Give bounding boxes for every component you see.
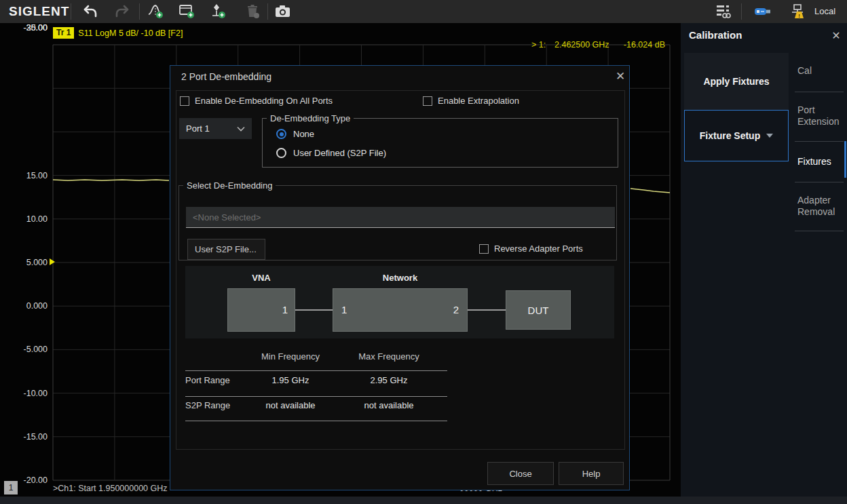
radio-none-label: None <box>293 129 314 139</box>
marker-value-readout: -16.024 dB <box>624 40 665 50</box>
add-trace-button[interactable] <box>146 3 166 20</box>
trace-badge[interactable]: Tr 1 <box>53 27 74 39</box>
enable-extrapolation-checkbox[interactable]: Enable Extrapolation <box>423 96 519 106</box>
redo-icon <box>114 4 130 19</box>
radio-user-defined[interactable]: User Defined (S2P File) <box>276 148 386 158</box>
tab-adapter-removal[interactable]: Adapter Removal <box>797 195 842 218</box>
y-axis-tick: 10.00 <box>12 214 48 224</box>
enable-extrapolation-label: Enable Extrapolation <box>438 96 519 106</box>
checkbox-icon[interactable] <box>180 96 189 106</box>
y-axis-tick: -10.00 <box>12 389 48 398</box>
table-rule <box>185 396 447 397</box>
delete-trace-button[interactable] <box>242 3 263 20</box>
dialog-close-button[interactable]: ✕ <box>613 69 628 83</box>
radio-selected-icon[interactable] <box>276 129 286 139</box>
calibration-panel-title: Calibration <box>689 29 742 41</box>
lan-warning-icon: ! <box>789 3 806 20</box>
y-axis-tick: 15.00 <box>12 171 48 180</box>
marker-frequency-readout: 2.462500 GHz <box>554 40 609 50</box>
toolbar: SIGLENT <box>0 0 847 23</box>
checkbox-icon[interactable] <box>423 96 432 106</box>
add-window-icon <box>178 3 195 20</box>
network-box: 1 2 <box>333 288 468 332</box>
apply-fixtures-label: Apply Fixtures <box>684 53 789 110</box>
checkbox-icon[interactable] <box>479 244 489 254</box>
radio-none[interactable]: None <box>276 129 314 139</box>
help-button[interactable]: Help <box>559 462 624 485</box>
radio-unselected-icon[interactable] <box>276 148 286 158</box>
y-axis-tick: -15.00 <box>12 432 48 442</box>
select-group-legend: Select De-Embedding <box>183 180 276 191</box>
select-de-embedding-group: Select De-Embedding <None Selected> User… <box>178 180 617 260</box>
toolbar-separator <box>267 3 268 20</box>
s2p-range-min: not available <box>243 400 338 410</box>
s2p-range-max: not available <box>341 400 436 410</box>
undo-icon <box>82 4 98 19</box>
table-rule <box>185 421 447 421</box>
dropdown-triangle-icon <box>766 134 773 138</box>
tab-fixtures[interactable]: Fixtures <box>797 156 842 168</box>
lan-status-button[interactable]: ! <box>787 3 808 20</box>
vna-box: 1 <box>227 288 295 332</box>
camera-icon <box>274 3 292 20</box>
radio-user-defined-label: User Defined (S2P File) <box>293 148 386 158</box>
reverse-adapter-ports-label: Reverse Adapter Ports <box>494 244 583 254</box>
port-select-value: Port 1 <box>186 123 237 134</box>
type-group-legend: De-Embedding Type <box>267 113 354 123</box>
dialog-title: 2 Port De-embedding <box>181 71 271 82</box>
toolbar-separator <box>71 3 71 20</box>
user-s2p-file-button[interactable]: User S2P File... <box>187 239 265 260</box>
y-axis-tick: 0.000 <box>12 301 48 311</box>
de-embedding-diagram: VNA Network 1 1 2 DUT <box>185 266 614 338</box>
reference-level-marker-icon <box>50 258 55 265</box>
tab-cal[interactable]: Cal <box>797 65 842 77</box>
calibration-close-button[interactable]: ✕ <box>829 28 843 42</box>
bottom-strip <box>0 497 847 504</box>
svg-text:!: ! <box>798 13 800 19</box>
usb-status-button[interactable] <box>753 3 774 20</box>
list-link-icon <box>715 3 733 20</box>
toolbar-separator <box>139 3 140 20</box>
connector-line <box>295 309 333 311</box>
app-window: SIGLENT <box>0 0 847 504</box>
channel-start-frequency[interactable]: >Ch1: Start 1.950000000 GHz <box>53 484 168 493</box>
usb-icon <box>754 5 773 18</box>
close-button[interactable]: Close <box>487 462 554 485</box>
active-tab-indicator <box>844 141 846 178</box>
enable-all-ports-checkbox[interactable]: Enable De-Embedding On All Ports <box>180 96 333 106</box>
add-marker-button[interactable] <box>208 3 229 20</box>
trace-header[interactable]: Tr 1 S11 LogM 5 dB/ -10 dB [F2] <box>53 27 183 39</box>
y-axis-tick: -35.00 <box>12 23 48 33</box>
siglent-logo: SIGLENT <box>9 4 69 19</box>
de-embedding-dialog: 2 Port De-embedding ✕ Enable De-Embeddin… <box>170 65 630 490</box>
system-setup-button[interactable] <box>714 3 734 20</box>
screenshot-button[interactable] <box>273 3 293 20</box>
channel-badge[interactable]: 1 <box>4 481 18 495</box>
tab-divider <box>795 231 844 231</box>
fixture-setup-button[interactable]: Fixture Setup <box>684 110 789 161</box>
tab-divider <box>795 182 844 182</box>
reverse-adapter-ports-checkbox[interactable]: Reverse Adapter Ports <box>479 244 583 254</box>
dut-box: DUT <box>506 290 571 330</box>
selected-file-field[interactable]: <None Selected> <box>186 207 615 228</box>
add-window-button[interactable] <box>176 3 197 20</box>
tab-port-extension[interactable]: Port Extension <box>797 104 842 128</box>
toolbar-separator <box>741 3 742 20</box>
vna-diagram-label: VNA <box>227 273 295 283</box>
connector-line <box>468 309 506 311</box>
local-mode-label[interactable]: Local <box>814 6 835 16</box>
port-select-dropdown[interactable]: Port 1 <box>179 118 252 139</box>
network-port-2: 2 <box>453 304 459 315</box>
max-frequency-header: Max Frequency <box>341 351 436 362</box>
port-range-min: 1.95 GHz <box>243 375 338 385</box>
network-diagram-label: Network <box>333 273 468 283</box>
trash-icon <box>244 3 261 20</box>
dut-label: DUT <box>528 305 549 316</box>
redo-button[interactable] <box>112 3 132 20</box>
network-port-1: 1 <box>341 304 347 315</box>
trace-settings-label[interactable]: S11 LogM 5 dB/ -10 dB [F2] <box>78 28 183 38</box>
fixture-setup-label: Fixture Setup <box>700 130 760 141</box>
vna-port-number: 1 <box>282 304 288 315</box>
undo-button[interactable] <box>80 3 100 20</box>
de-embedding-type-group: De-Embedding Type None User Defined (S2P… <box>262 113 618 168</box>
